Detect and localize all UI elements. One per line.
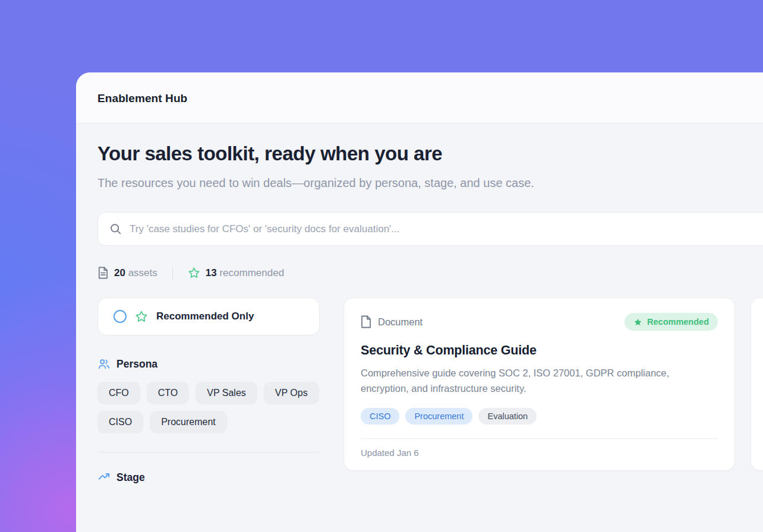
recommended-stat: 13 recommended: [188, 267, 284, 279]
recommended-badge: Recommended: [625, 313, 718, 331]
search-input[interactable]: [130, 223, 763, 235]
page-title: Your sales toolkit, ready when you are: [97, 142, 763, 165]
persona-chip-vp-ops[interactable]: VP Ops: [264, 382, 319, 404]
page-subtitle: The resources you need to win deals—orga…: [97, 172, 600, 194]
tag-ciso[interactable]: CISO: [361, 408, 399, 425]
star-filled-icon: [633, 318, 642, 327]
stage-section-title: Stage: [116, 471, 145, 484]
main-panel: Enablement Hub Your sales toolkit, ready…: [76, 72, 763, 532]
persona-section-title: Persona: [116, 358, 157, 370]
assets-count: 20: [114, 267, 125, 278]
cards-row: Document Recommended Security & Complian…: [343, 297, 763, 471]
trending-up-icon: [97, 471, 111, 484]
search-icon: [109, 223, 122, 235]
card-title: Security & Compliance Guide: [361, 343, 718, 358]
stage-section-header: Stage: [97, 471, 320, 484]
recommended-only-label: Recommended Only: [156, 311, 254, 322]
assets-label: assets: [128, 267, 157, 278]
card-tags: CISO Procurement Evaluation: [361, 408, 718, 425]
recommended-badge-label: Recommended: [647, 317, 709, 327]
stats-row: 20 assets 13 recommended: [97, 267, 763, 279]
stats-divider: [172, 267, 173, 279]
card-type: Document: [361, 315, 423, 328]
persona-chip-procurement[interactable]: Procurement: [150, 411, 227, 433]
search-box[interactable]: [97, 212, 763, 246]
panel-body: Your sales toolkit, ready when you are T…: [76, 124, 763, 484]
recommended-label: recommended: [219, 267, 284, 278]
asset-card-partial[interactable]: [751, 297, 763, 471]
persona-chip-ciso[interactable]: CISO: [97, 411, 143, 433]
recommended-only-radio[interactable]: [113, 310, 127, 323]
assets-stat: 20 assets: [97, 267, 157, 279]
asset-card-security-compliance-guide[interactable]: Document Recommended Security & Complian…: [343, 297, 735, 471]
app-title: Enablement Hub: [97, 92, 763, 105]
card-top-row: Document Recommended: [361, 313, 718, 331]
card-type-label: Document: [378, 316, 423, 328]
panel-header: Enablement Hub: [76, 72, 763, 124]
persona-chips: CFO CTO VP Sales VP Ops CISO Procurement: [97, 382, 320, 433]
persona-section-header: Persona: [97, 357, 320, 370]
star-outline-icon: [135, 310, 148, 323]
document-icon: [97, 267, 109, 279]
file-icon: [361, 315, 371, 328]
recommended-only-toggle[interactable]: Recommended Only: [97, 297, 320, 335]
tag-procurement[interactable]: Procurement: [405, 408, 472, 425]
card-description: Comprehensive guide covering SOC 2, ISO …: [361, 365, 705, 397]
star-outline-icon: [188, 267, 200, 279]
persona-chip-cto[interactable]: CTO: [147, 382, 189, 404]
persona-chip-cfo[interactable]: CFO: [97, 382, 140, 404]
users-icon: [97, 357, 111, 370]
tag-evaluation[interactable]: Evaluation: [478, 408, 537, 425]
sidebar-divider: [97, 452, 320, 452]
card-updated-text: Updated Jan 6: [361, 438, 718, 470]
filters-sidebar: Recommended Only Persona CFO CTO VP Sale…: [97, 297, 320, 484]
content-row: Recommended Only Persona CFO CTO VP Sale…: [97, 297, 763, 484]
persona-chip-vp-sales[interactable]: VP Sales: [196, 382, 257, 404]
recommended-count: 13: [206, 267, 217, 278]
